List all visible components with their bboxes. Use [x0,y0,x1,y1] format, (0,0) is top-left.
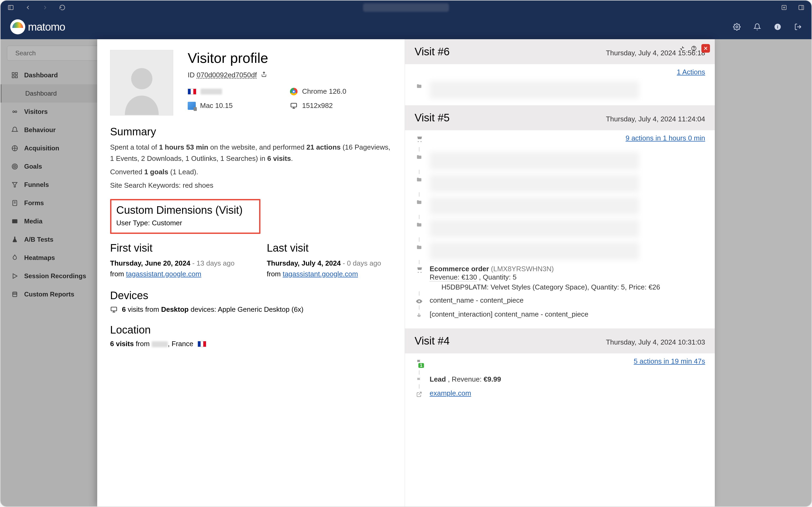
folder-icon [415,243,423,251]
svg-point-44 [420,141,421,142]
svg-point-45 [418,272,419,273]
flag-icon [415,376,423,384]
nav-reload-icon[interactable] [59,4,66,11]
visits-panel: Visit #6 Thursday, July 4, 2024 15:56:18… [405,39,715,506]
profile-summary-panel: Visitor profile ID 070d0092ed7050df Chro… [97,39,405,506]
cart-icon [415,135,423,143]
last-visit-heading: Last visit [267,242,381,254]
goal-lead-row: Lead , Revenue: €9.99 [415,375,705,384]
brand-logo[interactable]: matomo [10,19,65,35]
logout-icon[interactable] [794,23,802,31]
custom-dimensions-box: Custom Dimensions (Visit) User Type: Cus… [110,199,260,234]
visitor-profile-modal: Visitor profile ID 070d0092ed7050df Chro… [97,39,715,506]
avatar [110,50,173,115]
last-visit-ref: from tagassistant.google.com [267,269,381,279]
content-impression-row: content_name - content_piece [415,296,705,305]
visit-header: Visit #5 Thursday, July 4, 2024 11:24:04 [405,105,715,130]
nav-back-icon[interactable] [24,4,32,11]
sidebar-toggle-icon[interactable] [7,4,14,11]
visit-datetime: Thursday, July 4, 2024 11:24:04 [606,115,705,123]
browser-cell: Chrome 126.0 [290,87,392,96]
browser-window: matomo i Dash [0,0,812,507]
close-icon[interactable] [701,44,710,53]
svg-point-32 [694,49,694,50]
browser-titlebar [1,1,811,14]
visit-header: Visit #4 Thursday, July 4, 2024 10:31:03 [405,328,715,353]
svg-rect-5 [799,5,804,10]
visitor-id-link[interactable]: 070d0092ed7050df [196,71,257,79]
summary-search-keywords: Site Search Keywords: red shoes [110,180,392,191]
svg-point-43 [418,141,419,142]
chrome-icon [290,88,297,95]
devices-heading: Devices [110,289,392,301]
minimize-icon[interactable] [678,44,686,53]
custom-dimensions-heading: Custom Dimensions (Visit) [116,204,254,216]
visit-header: Visit #6 Thursday, July 4, 2024 15:56:18 [405,39,715,64]
custom-dimension-kv: User Type: Customer [116,219,254,227]
monitor-icon [290,102,298,110]
tabs-icon[interactable] [798,4,805,11]
share-icon[interactable] [780,4,788,11]
location-line: 6 visits from , France [110,340,392,348]
visitor-id: ID 070d0092ed7050df [188,71,392,79]
help-icon[interactable] [690,44,698,53]
country-cell [188,87,290,96]
eye-icon [415,297,423,305]
svg-point-7 [736,26,738,28]
flag-icon [197,341,206,347]
ecommerce-order-row: Ecommerce order (LMX8YRSWHN3N) Revenue: … [415,265,705,291]
goal-badge: 1 [418,363,424,368]
svg-text:i: i [777,24,778,29]
visit-actions-link: 1 Actions [415,68,705,76]
last-visit-ref-link[interactable]: tagassistant.google.com [283,270,358,278]
summary-conversion: Converted 1 goals (1 Lead). [110,166,392,177]
hand-icon [415,311,423,319]
visit-title: Visit #6 [415,46,450,58]
brand-name: matomo [28,21,65,33]
location-heading: Location [110,324,392,336]
export-icon[interactable] [261,71,267,79]
nav-forward-icon[interactable] [41,4,49,11]
bell-icon[interactable] [753,23,761,31]
mac-icon [188,102,196,110]
outlink-row: example.com [415,389,705,398]
svg-rect-37 [291,103,297,107]
first-visit-date: Thursday, June 20, 2024 - 13 days ago [110,258,234,269]
flag-icon [188,89,196,95]
outlink[interactable]: example.com [429,389,471,397]
os-cell: Mac 10.15 [188,102,290,110]
folder-icon [415,176,423,184]
external-link-icon [415,390,423,398]
visit-actions-link[interactable]: 9 actions in 1 hours 0 min [626,134,705,142]
folder-icon [415,198,423,206]
visit-datetime: Thursday, July 4, 2024 10:31:03 [606,338,705,346]
resolution-cell: 1512x982 [290,102,392,110]
folder-icon [415,82,423,90]
info-icon[interactable]: i [774,23,781,31]
page-title: Visitor profile [188,50,392,66]
first-visit-heading: First visit [110,242,234,254]
summary-text: Spent a total of 1 hours 53 min on the w… [110,142,392,164]
visit-title: Visit #4 [415,335,450,347]
content-interaction-row: [content_interaction] content_name - con… [415,310,705,319]
first-visit-ref-link[interactable]: tagassistant.google.com [126,270,201,278]
svg-point-47 [418,300,420,302]
svg-rect-40 [111,307,117,311]
monitor-icon [110,306,118,314]
summary-heading: Summary [110,126,392,138]
folder-icon [415,153,423,161]
app-header: matomo i [1,14,811,39]
last-visit-date: Thursday, July 4, 2024 - 0 days ago [267,258,381,269]
svg-rect-0 [8,5,13,10]
gear-icon[interactable] [733,23,741,31]
visit-actions-link[interactable]: 5 actions in 19 min 47s [634,357,705,365]
first-visit-ref: from tagassistant.google.com [110,269,234,279]
svg-point-46 [420,272,421,273]
devices-line: 6 visits from Desktop devices: Apple Gen… [110,305,392,314]
svg-point-35 [131,68,152,89]
url-bar[interactable] [363,3,449,12]
matomo-icon [10,19,25,35]
folder-icon [415,221,423,229]
goal-flag-icon: 1 [415,358,423,366]
header-actions: i [733,23,802,31]
